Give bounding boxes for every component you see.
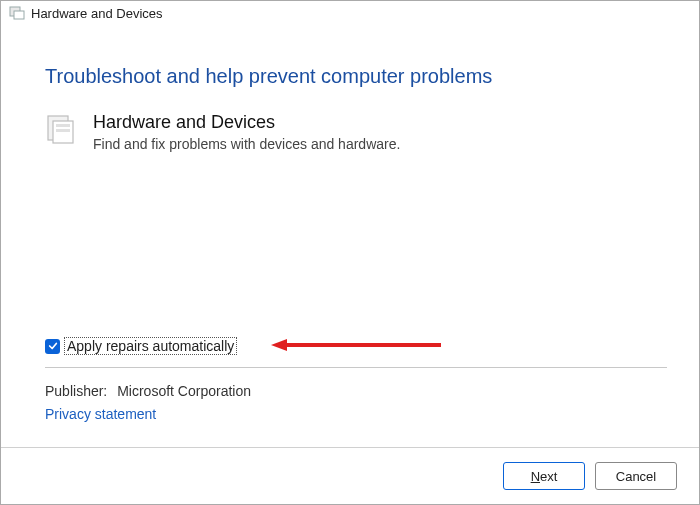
publisher-row: Publisher: Microsoft Corporation: [45, 383, 251, 399]
item-title: Hardware and Devices: [93, 112, 400, 134]
apply-repairs-option[interactable]: Apply repairs automatically: [45, 337, 237, 355]
dialog-buttons: Next Cancel: [503, 462, 677, 490]
device-icon: [45, 112, 81, 148]
troubleshooter-item: Hardware and Devices Find and fix proble…: [45, 112, 699, 152]
privacy-statement-link[interactable]: Privacy statement: [45, 406, 156, 422]
apply-repairs-checkbox[interactable]: [45, 339, 60, 354]
troubleshooter-icon: [9, 5, 25, 21]
titlebar: Hardware and Devices: [1, 1, 699, 27]
svg-rect-5: [56, 129, 70, 132]
svg-rect-1: [14, 11, 24, 19]
annotation-arrow-icon: [271, 338, 441, 352]
divider: [45, 367, 667, 368]
apply-repairs-label[interactable]: Apply repairs automatically: [64, 337, 237, 355]
svg-rect-4: [56, 124, 70, 127]
publisher-label: Publisher:: [45, 383, 107, 399]
page-heading: Troubleshoot and help prevent computer p…: [45, 65, 699, 88]
item-description: Find and fix problems with devices and h…: [93, 136, 400, 152]
window-title: Hardware and Devices: [31, 6, 163, 21]
next-button[interactable]: Next: [503, 462, 585, 490]
publisher-value: Microsoft Corporation: [117, 383, 251, 399]
svg-marker-7: [271, 339, 287, 351]
cancel-button[interactable]: Cancel: [595, 462, 677, 490]
footer-divider: [1, 447, 699, 448]
